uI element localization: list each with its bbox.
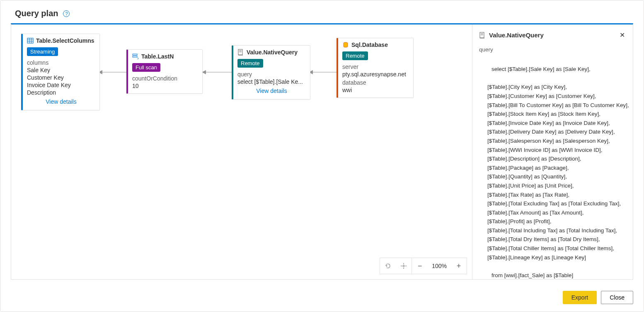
query-plan-canvas[interactable]: Table.SelectColumns Streaming columns Sa…: [11, 24, 472, 279]
sql-line: [$Table].[Total Including Tax] as [Total…: [479, 226, 626, 235]
sql-line: [$Table].[Invoice Date Key] as [Invoice …: [479, 119, 626, 128]
sql-line: [$Table].[Delivery Date Key] as [Deliver…: [479, 127, 626, 136]
badge-streaming: Streaming: [27, 47, 58, 56]
prop-value: Description: [27, 89, 95, 96]
edge-arrow: [202, 68, 233, 76]
sql-line: [$Table].[WWI Invoice ID] as [WWI Invoic…: [479, 146, 626, 155]
sql-line: [$Table].[Total Excluding Tax] as [Total…: [479, 199, 626, 208]
node-title: Table.SelectColumns: [36, 37, 94, 44]
database-icon: [342, 41, 349, 48]
script-icon: [479, 32, 486, 39]
table-icon: [27, 37, 34, 44]
prop-value: Sale Key: [27, 67, 95, 73]
details-sql: select [$Table].[Sale Key] as [Sale Key]…: [479, 56, 626, 279]
sql-line: [$Table].[Salesperson Key] as [Salespers…: [479, 136, 626, 146]
node-table-lastn[interactable]: Table.LastN Full scan countOrCondition 1…: [126, 49, 203, 94]
node-title: Value.NativeQuery: [247, 49, 298, 56]
node-value-nativequery[interactable]: Value.NativeQuery Remote query select [$…: [232, 45, 310, 100]
sql-line: [$Table].[Package] as [Package],: [479, 163, 626, 173]
sql-line: [$Table].[Total Chiller Items] as [Total…: [479, 244, 626, 253]
sql-line: [$Table].[Customer Key] as [Customer Key…: [479, 92, 626, 101]
node-table-selectcolumns[interactable]: Table.SelectColumns Streaming columns Sa…: [21, 34, 100, 110]
badge-remote: Remote: [237, 59, 263, 68]
sql-line: [$Table].[Bill To Customer Key] as [Bill…: [479, 101, 626, 110]
edge-arrow: [309, 68, 338, 76]
svg-rect-11: [133, 54, 137, 55]
rows-icon: [132, 53, 139, 60]
node-title: Table.LastN: [141, 53, 174, 60]
badge-fullscan: Full scan: [132, 63, 160, 72]
prop-label: server: [342, 63, 409, 70]
export-button[interactable]: Export: [563, 291, 597, 304]
fit-view-button[interactable]: [396, 258, 412, 274]
sql-line: [$Table].[Stock Item Key] as [Stock Item…: [479, 110, 626, 119]
svg-rect-6: [27, 38, 33, 43]
page-title: Query plan: [15, 9, 58, 18]
prop-value: select [$Table].[Sale Ke...: [237, 78, 306, 85]
sql-line: [$Table].[Quantity] as [Quantity],: [479, 172, 626, 181]
prop-label: countOrCondition: [132, 75, 198, 82]
svg-rect-12: [133, 56, 137, 57]
zoom-value: 100%: [428, 263, 451, 269]
edge-arrow: [98, 68, 127, 76]
dialog-footer: Export Close: [563, 291, 633, 304]
sql-line: [$Table].[Total Dry Items] as [Total Dry…: [479, 235, 626, 244]
zoom-controls: − 100% +: [380, 258, 467, 274]
sql-line: [$Table].[Tax Amount] as [Tax Amount],: [479, 208, 626, 217]
svg-point-18: [403, 265, 404, 267]
view-details-link[interactable]: View details: [27, 96, 95, 106]
sql-line: [$Table].[Description] as [Description],: [479, 154, 626, 163]
details-title: Value.NativeQuery: [489, 30, 544, 40]
workspace: Table.SelectColumns Streaming columns Sa…: [11, 23, 633, 280]
help-icon[interactable]: ?: [63, 10, 70, 17]
prop-label: columns: [27, 59, 95, 66]
node-title: Sql.Database: [351, 41, 388, 48]
sql-line: [$Table].[Lineage Key] as [Lineage Key]: [479, 253, 626, 262]
zoom-in-button[interactable]: +: [451, 258, 467, 274]
sql-line: [$Table].[Profit] as [Profit],: [479, 217, 626, 226]
sql-line: select [$Table].[Sale Key] as [Sale Key]…: [491, 66, 591, 72]
sql-line: from [wwi].[fact_Sale] as [$Table]: [491, 272, 573, 278]
prop-value: Invoice Date Key: [27, 82, 95, 88]
details-query-label: query: [479, 45, 626, 54]
script-icon: [237, 49, 244, 56]
badge-remote: Remote: [342, 51, 368, 60]
prop-value: Customer Key: [27, 74, 95, 81]
zoom-out-button[interactable]: −: [412, 258, 428, 274]
view-details-link[interactable]: View details: [237, 85, 306, 95]
details-panel: Value.NativeQuery ✕ query select [$Table…: [472, 24, 633, 279]
close-panel-button[interactable]: ✕: [618, 31, 626, 39]
dialog-header: Query plan ?: [0, 0, 644, 23]
prop-label: database: [342, 79, 409, 86]
prop-value: 10: [132, 83, 198, 89]
reset-view-button[interactable]: [380, 258, 396, 274]
prop-label: query: [237, 71, 306, 78]
sql-line: [$Table].[City Key] as [City Key],: [479, 83, 626, 92]
prop-value: pty.sql.azuresynapse.net: [342, 71, 409, 78]
close-button[interactable]: Close: [601, 291, 633, 304]
node-sql-database[interactable]: Sql.Database Remote server pty.sql.azure…: [337, 38, 414, 98]
sql-line: [$Table].[Unit Price] as [Unit Price],: [479, 181, 626, 190]
sql-line: [$Table].[Tax Rate] as [Tax Rate],: [479, 190, 626, 200]
prop-value: wwi: [342, 87, 409, 93]
